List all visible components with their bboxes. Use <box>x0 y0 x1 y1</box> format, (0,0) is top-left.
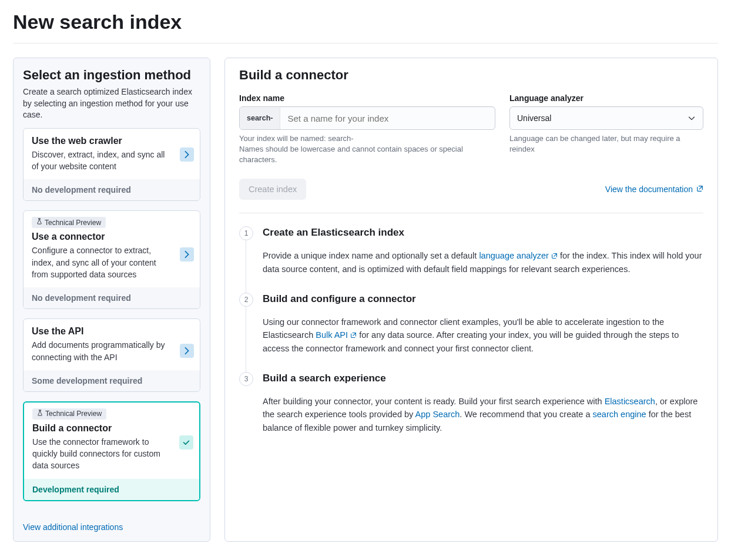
card-title: Use a connector <box>32 232 192 242</box>
card-description: Use the connector framework to quickly b… <box>32 436 191 472</box>
step-1: 1 Create an Elasticsearch index Provide … <box>239 226 703 293</box>
card-description: Configure a connector to extract, index,… <box>32 244 192 280</box>
beaker-icon <box>36 218 42 227</box>
badge-label: Technical Preview <box>45 410 102 418</box>
view-documentation-link[interactable]: View the documentation <box>605 185 703 194</box>
main-panel: Build a connector Index name search- You… <box>224 58 718 542</box>
badge-label: Technical Preview <box>45 219 101 227</box>
external-link-icon <box>696 185 703 194</box>
chevron-down-icon <box>688 114 696 122</box>
language-analyzer-link[interactable]: language analyzer <box>479 251 558 260</box>
language-analyzer-help: Language can be changed later, but may r… <box>509 133 703 155</box>
create-index-button[interactable]: Create index <box>239 179 306 200</box>
language-analyzer-select[interactable]: Universal <box>509 106 703 130</box>
step-text: Provide a unique index name and optional… <box>263 249 703 276</box>
language-analyzer-label: Language analyzer <box>509 93 703 103</box>
sidebar-description: Create a search optimized Elasticsearch … <box>23 86 200 121</box>
ingestion-card-web-crawler[interactable]: Use the web crawler Discover, extract, i… <box>23 128 200 202</box>
step-text: After building your connector, your cont… <box>263 395 703 434</box>
steps-list: 1 Create an Elasticsearch index Provide … <box>239 226 703 435</box>
sidebar-title: Select an ingestion method <box>23 68 200 83</box>
chevron-right-icon <box>180 147 194 162</box>
index-name-input-group: search- <box>239 106 495 130</box>
card-footer: Some development required <box>24 370 200 391</box>
select-value: Universal <box>517 113 551 123</box>
external-link-icon <box>551 250 558 263</box>
ingestion-method-panel: Select an ingestion method Create a sear… <box>13 58 210 542</box>
ingestion-card-build-connector[interactable]: Technical Preview Build a connector Use … <box>23 401 200 501</box>
chevron-right-icon <box>180 344 194 358</box>
card-title: Build a connector <box>32 423 191 434</box>
main-title: Build a connector <box>239 68 703 83</box>
card-footer: No development required <box>24 179 200 200</box>
technical-preview-badge: Technical Preview <box>32 408 106 420</box>
chevron-right-icon <box>180 247 194 261</box>
step-title: Create an Elasticsearch index <box>263 227 703 239</box>
step-title: Build a search experience <box>263 373 703 384</box>
search-engine-link[interactable]: search engine <box>593 410 646 419</box>
step-3: 3 Build a search experience After buildi… <box>239 372 703 434</box>
step-number: 3 <box>239 372 253 386</box>
check-icon <box>179 435 193 450</box>
page-title: New search index <box>13 0 718 43</box>
doc-link-label: View the documentation <box>605 185 693 194</box>
step-text: Using our connector framework and connec… <box>263 316 703 356</box>
beaker-icon <box>37 410 43 418</box>
card-description: Discover, extract, index, and sync all o… <box>32 149 192 173</box>
index-name-help: Your index will be named: search- Names … <box>239 133 495 166</box>
bulk-api-link[interactable]: Bulk API <box>316 330 357 340</box>
card-title: Use the API <box>32 326 192 337</box>
ingestion-card-use-connector[interactable]: Technical Preview Use a connector Config… <box>23 210 200 309</box>
external-link-icon <box>350 329 357 342</box>
card-footer: No development required <box>24 287 200 308</box>
elasticsearch-link[interactable]: Elasticsearch <box>605 397 655 406</box>
technical-preview-badge: Technical Preview <box>32 217 106 228</box>
step-2: 2 Build and configure a connector Using … <box>239 293 703 372</box>
card-footer: Development required <box>24 479 199 500</box>
view-additional-integrations-link[interactable]: View additional integrations <box>23 511 200 532</box>
step-number: 1 <box>239 226 253 240</box>
app-search-link[interactable]: App Search <box>415 410 460 419</box>
card-description: Add documents programmatically by connec… <box>32 339 192 363</box>
index-name-label: Index name <box>239 93 495 103</box>
ingestion-card-use-api[interactable]: Use the API Add documents programmatical… <box>23 318 200 392</box>
step-title: Build and configure a connector <box>263 293 703 305</box>
step-number: 2 <box>239 293 253 307</box>
index-name-input[interactable] <box>280 107 495 129</box>
index-name-prefix: search- <box>240 107 280 129</box>
card-title: Use the web crawler <box>32 136 192 146</box>
